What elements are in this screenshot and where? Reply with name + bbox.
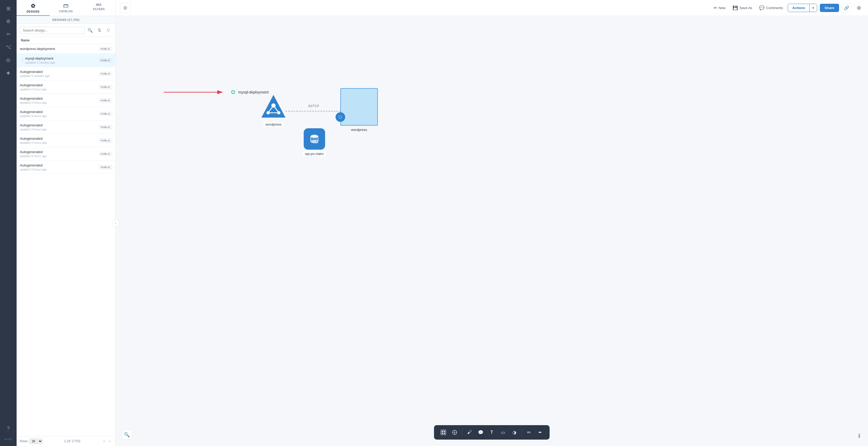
help-icon[interactable]: ? bbox=[3, 423, 13, 434]
design-item-name: Autogenerated bbox=[20, 150, 99, 154]
tab-designs[interactable]: ✿ DESIGNS bbox=[17, 0, 50, 16]
wp-pv-claim-icon: ? bbox=[304, 128, 325, 150]
branch-icon[interactable]: ⌥ bbox=[3, 42, 13, 53]
actions-dropdown-button[interactable]: ▾ bbox=[809, 4, 817, 12]
design-item-info: Autogenerated updated 3 hours ago bbox=[20, 110, 99, 117]
chevron-down-icon: ▾ bbox=[812, 6, 814, 10]
canvas[interactable]: ✿ mysql-deployment wordpress 80/TCP bbox=[116, 16, 868, 446]
list-item[interactable]: Autogenerated updated 3 hours ago PUBLIC bbox=[17, 121, 115, 134]
wordpress-triangle-icon bbox=[260, 94, 287, 120]
filters-tab-label: FILTERS bbox=[93, 8, 104, 11]
list-item[interactable]: ⋮ mysql-deployment updated 2 minutes ago… bbox=[17, 54, 115, 67]
search-icon-button[interactable]: 🔍 bbox=[86, 27, 94, 34]
save-as-label: Save As bbox=[740, 6, 752, 10]
catalog-tab-label: CATALOG bbox=[59, 10, 73, 13]
list-item[interactable]: wordpress-deployment Jun 02, 2024 00:06 … bbox=[17, 44, 115, 54]
sort-icon-button[interactable]: ⇅ bbox=[95, 27, 103, 34]
tab-filters[interactable]: WA FILTERS bbox=[83, 0, 115, 16]
tab-catalog[interactable]: 🗃 CATALOG bbox=[50, 0, 83, 16]
arrow-svg bbox=[164, 88, 228, 96]
svg-rect-21 bbox=[444, 433, 445, 434]
paint-tool-button[interactable]: 🖌 bbox=[464, 427, 474, 438]
list-header: Name bbox=[17, 37, 115, 44]
design-item-time: updated 3 hours ago bbox=[20, 101, 99, 104]
design-badge: PUBLIC bbox=[99, 112, 113, 116]
svg-text:?: ? bbox=[316, 141, 317, 143]
link-button[interactable]: 🔗 bbox=[842, 3, 851, 13]
gear-icon: ⚙ bbox=[123, 5, 127, 11]
search-bar: 🔍 ⇅ ▽ bbox=[17, 24, 115, 37]
prev-page-button[interactable]: ‹ bbox=[102, 439, 106, 444]
settings-button[interactable]: ⚙ bbox=[854, 3, 864, 13]
designs-tab-label: DESIGNS bbox=[27, 10, 40, 13]
left-navigation: ⊞ ⚙ ✂ ⌥ ◎ ◈ ? v0.7.67 bbox=[0, 0, 17, 446]
search-input[interactable] bbox=[20, 27, 85, 34]
svg-rect-19 bbox=[444, 431, 445, 432]
design-badge: PUBLIC bbox=[99, 85, 113, 89]
design-item-name: wordpress-deployment bbox=[20, 47, 99, 51]
app-version: v0.7.67 bbox=[4, 436, 12, 443]
svg-point-23 bbox=[454, 432, 455, 433]
list-item[interactable]: Autogenerated updated 3 hours ago PUBLIC bbox=[17, 161, 115, 174]
list-item[interactable]: Autogenerated updated 3 hours ago PUBLIC bbox=[17, 107, 115, 121]
save-as-button[interactable]: 💾 Save As bbox=[731, 4, 754, 12]
comments-icon: 💬 bbox=[759, 5, 765, 10]
comment-tool-button[interactable]: 💬 bbox=[475, 427, 486, 438]
mask-tool-button[interactable]: ◑ bbox=[509, 427, 519, 438]
filters-tab-icon: WA bbox=[96, 3, 102, 7]
new-label: New bbox=[719, 6, 726, 10]
item-menu-icon[interactable]: ⋮ bbox=[20, 58, 25, 63]
text-tool-button[interactable]: T bbox=[487, 427, 497, 438]
design-item-name: Autogenerated bbox=[20, 97, 99, 101]
grid-icon[interactable]: ⊞ bbox=[3, 3, 13, 14]
wordpress-node[interactable]: wordpress bbox=[260, 94, 287, 127]
sidebar-tabs: ✿ DESIGNS 🗃 CATALOG WA FILTERS bbox=[17, 0, 115, 16]
list-item[interactable]: Autogenerated updated 3 minutes ago PUBL… bbox=[17, 67, 115, 80]
scissors-icon[interactable]: ✂ bbox=[3, 29, 13, 39]
design-item-name: Autogenerated bbox=[20, 123, 99, 127]
design-item-info: Autogenerated updated 3 hours ago bbox=[20, 163, 99, 171]
mysql-deployment-arrow-label: ✿ mysql-deployment bbox=[164, 88, 269, 96]
database-icon: ? bbox=[309, 133, 320, 145]
list-item[interactable]: Autogenerated updated 3 hours ago PUBLIC bbox=[17, 134, 115, 147]
connection-line bbox=[285, 111, 350, 111]
zoom-button[interactable]: 🔍 bbox=[122, 430, 132, 440]
design-item-info: Autogenerated updated 3 minutes ago bbox=[20, 70, 99, 77]
settings-icon: ⚙ bbox=[857, 5, 861, 11]
globe-icon[interactable]: ◎ bbox=[3, 55, 13, 65]
wp-pv-claim-node[interactable]: ? wp-pv-claim bbox=[303, 128, 326, 156]
cog-icon[interactable]: ⚙ bbox=[3, 16, 13, 27]
mysql-spinner-icon: ✿ bbox=[230, 89, 236, 96]
new-button[interactable]: ✏ New bbox=[711, 4, 728, 12]
svg-rect-17 bbox=[441, 430, 446, 435]
canvas-settings-button[interactable]: ⚙ bbox=[120, 3, 131, 13]
layer-tool-button[interactable]: ▭ bbox=[498, 427, 508, 438]
design-badge: PUBLIC bbox=[99, 125, 113, 129]
comments-button[interactable]: 💬 Comments bbox=[757, 4, 785, 12]
actions-button[interactable]: Actions bbox=[788, 4, 809, 12]
share-button[interactable]: Share bbox=[820, 4, 839, 12]
next-page-button[interactable]: › bbox=[108, 439, 112, 444]
edit-tool-button[interactable]: ✏ bbox=[524, 427, 534, 438]
design-item-name: Autogenerated bbox=[20, 110, 99, 114]
list-item[interactable]: Autogenerated updated 2 hours ago PUBLIC bbox=[17, 80, 115, 94]
list-item[interactable]: Autogenerated updated 3 hours ago PUBLIC bbox=[17, 147, 115, 161]
design-item-name: Autogenerated bbox=[20, 70, 99, 74]
location-icon[interactable]: ◈ bbox=[3, 67, 13, 78]
design-item-time: updated 3 minutes ago bbox=[20, 74, 99, 77]
main-area: ⚙ ✏ New 💾 Save As 💬 Comments Actions ▾ bbox=[116, 0, 868, 446]
rows-select[interactable]: 25 50 100 bbox=[29, 439, 42, 444]
collapse-sidebar-button[interactable]: ‹ bbox=[112, 220, 119, 227]
wordpress-service-badge: ⬡ bbox=[336, 112, 345, 122]
design-item-name: Autogenerated bbox=[20, 83, 99, 87]
design-item-name: mysql-deployment bbox=[25, 57, 99, 60]
helm-tool-button[interactable] bbox=[450, 427, 460, 438]
zoom-icon: 🔍 bbox=[124, 432, 130, 438]
filter-icon-button[interactable]: ▽ bbox=[104, 27, 112, 34]
design-item-info: Autogenerated updated 2 hours ago bbox=[20, 83, 99, 91]
draw-tool-button[interactable]: ✒ bbox=[535, 427, 545, 438]
list-item[interactable]: Autogenerated updated 3 hours ago PUBLIC bbox=[17, 94, 115, 107]
design-item-time: updated 3 hours ago bbox=[20, 114, 99, 117]
design-item-time: updated 3 hours ago bbox=[20, 128, 99, 131]
network-diagram-tool-button[interactable] bbox=[438, 427, 448, 438]
